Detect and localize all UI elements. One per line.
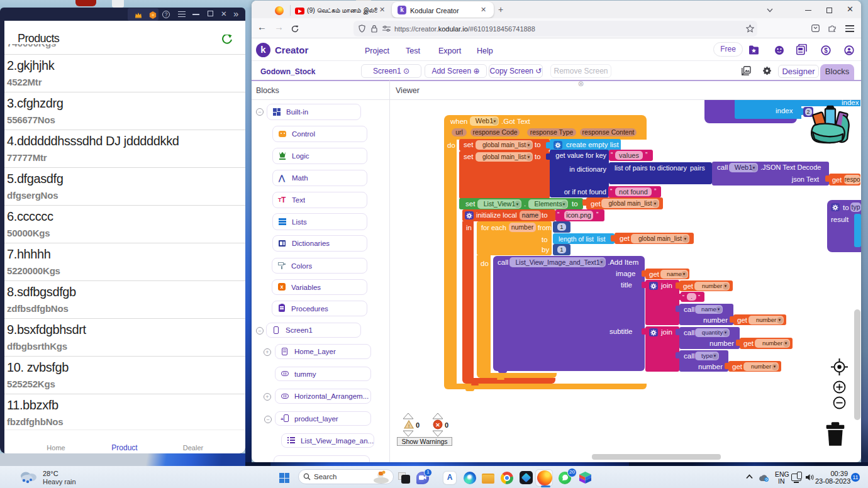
svg-text:$: $	[824, 47, 828, 54]
svg-text:✕: ✕	[435, 422, 440, 428]
svg-text:!: !	[408, 423, 409, 429]
